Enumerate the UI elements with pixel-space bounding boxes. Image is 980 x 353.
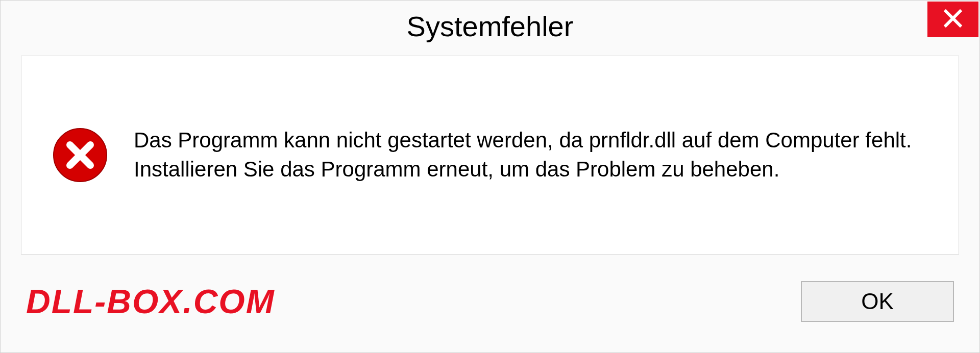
close-icon bbox=[943, 8, 963, 31]
error-message: Das Programm kann nicht gestartet werden… bbox=[134, 126, 928, 184]
content-area: Das Programm kann nicht gestartet werden… bbox=[21, 56, 959, 255]
dialog-footer: DLL-BOX.COM OK bbox=[1, 266, 979, 352]
ok-button-label: OK bbox=[861, 289, 894, 314]
titlebar: Systemfehler bbox=[1, 1, 979, 52]
close-button[interactable] bbox=[927, 2, 978, 37]
error-icon bbox=[52, 127, 108, 183]
error-dialog: Systemfehler Das Programm kann nicht ges… bbox=[0, 0, 980, 353]
ok-button[interactable]: OK bbox=[801, 281, 954, 322]
dialog-title: Systemfehler bbox=[407, 10, 574, 43]
watermark-text: DLL-BOX.COM bbox=[26, 282, 275, 321]
